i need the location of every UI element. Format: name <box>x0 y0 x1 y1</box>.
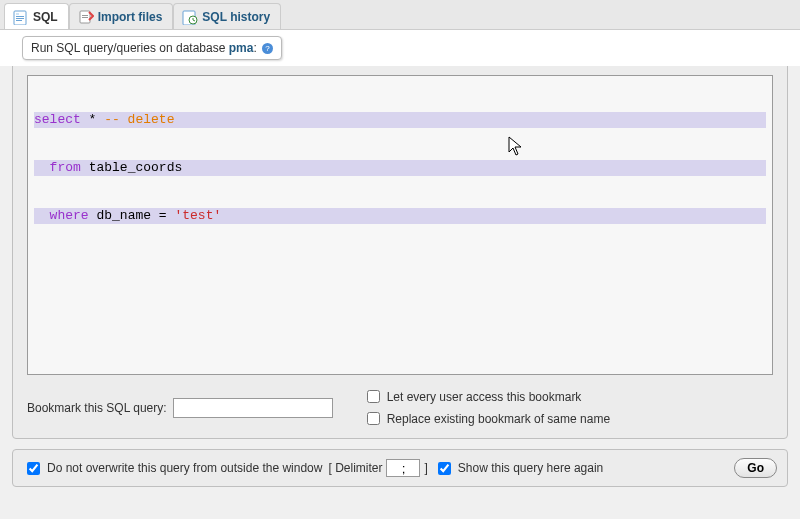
history-icon <box>182 9 198 25</box>
no-overwrite-label: Do not overwrite this query from outside… <box>47 461 322 475</box>
no-overwrite-row[interactable]: Do not overwrite this query from outside… <box>23 459 322 478</box>
svg-rect-7 <box>82 17 88 18</box>
bookmark-all-access-checkbox[interactable] <box>367 390 380 403</box>
tok-comment: -- delete <box>104 112 174 127</box>
bookmark-replace-checkbox[interactable] <box>367 412 380 425</box>
legend-strip: Run SQL query/queries on database pma: ? <box>0 30 800 66</box>
tab-sql-label: SQL <box>33 10 58 24</box>
query-legend: Run SQL query/queries on database pma: ? <box>22 36 282 60</box>
show-again-label: Show this query here again <box>458 461 603 475</box>
show-again-checkbox[interactable] <box>438 462 451 475</box>
show-again-row[interactable]: Show this query here again <box>434 459 603 478</box>
sql-editor[interactable]: select * -- delete from table_coords whe… <box>27 75 773 375</box>
bookmark-replace-row[interactable]: Replace existing bookmark of same name <box>363 409 610 428</box>
tok-col: db_name = <box>89 208 175 223</box>
bookmark-all-access-label: Let every user access this bookmark <box>387 390 582 404</box>
no-overwrite-checkbox[interactable] <box>27 462 40 475</box>
import-icon <box>78 9 94 25</box>
tok-string: 'test' <box>174 208 221 223</box>
svg-rect-4 <box>16 20 22 21</box>
svg-rect-3 <box>16 18 24 19</box>
tab-sql[interactable]: SQL <box>4 3 69 29</box>
legend-suffix: : <box>253 41 256 55</box>
delimiter-open: [ Delimiter <box>328 461 382 475</box>
main-panel: select * -- delete from table_coords whe… <box>12 56 788 439</box>
tok-select: select <box>34 112 81 127</box>
svg-rect-6 <box>82 15 88 16</box>
tok-where: where <box>50 208 89 223</box>
go-button[interactable]: Go <box>734 458 777 478</box>
bottom-bar: Do not overwrite this query from outside… <box>12 449 788 487</box>
svg-rect-1 <box>16 13 19 15</box>
legend-dbname: pma <box>229 41 254 55</box>
mouse-cursor-icon <box>508 136 524 158</box>
bookmark-label: Bookmark this SQL query: <box>27 401 167 415</box>
tab-history-label: SQL history <box>202 10 270 24</box>
sql-icon <box>13 9 29 25</box>
bookmark-row: Bookmark this SQL query: Let every user … <box>27 387 773 428</box>
tok-table: table_coords <box>81 160 182 175</box>
legend-prefix: Run SQL query/queries on database <box>31 41 229 55</box>
delimiter-close: ] <box>424 461 427 475</box>
tab-import-label: Import files <box>98 10 163 24</box>
tab-bar: SQL Import files SQL history <box>0 0 800 30</box>
tok-star: * <box>81 112 104 127</box>
bookmark-input[interactable] <box>173 398 333 418</box>
svg-rect-2 <box>16 16 24 17</box>
bookmark-replace-label: Replace existing bookmark of same name <box>387 412 610 426</box>
bookmark-all-access-row[interactable]: Let every user access this bookmark <box>363 387 610 406</box>
delimiter-group: [ Delimiter ] <box>328 459 427 477</box>
tab-import[interactable]: Import files <box>69 3 174 29</box>
tab-history[interactable]: SQL history <box>173 3 281 29</box>
delimiter-input[interactable] <box>386 459 420 477</box>
help-icon[interactable]: ? <box>262 43 273 54</box>
tok-from: from <box>50 160 81 175</box>
